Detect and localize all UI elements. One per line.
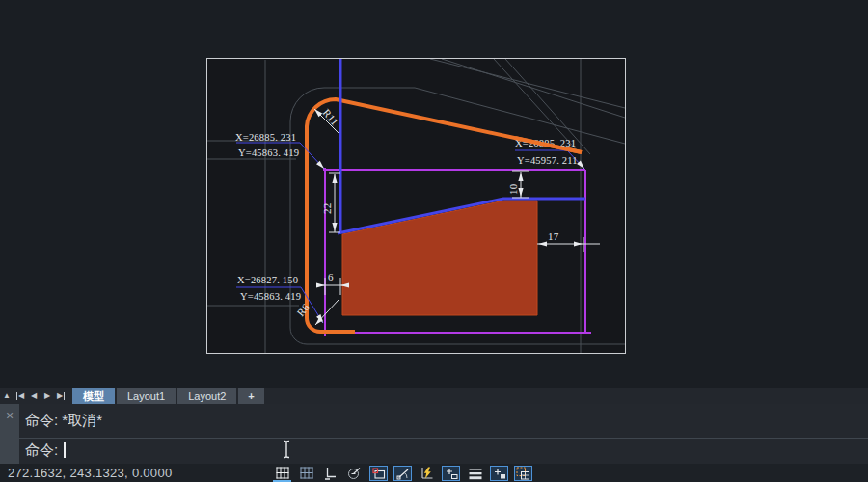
- command-panel-gutter: ×: [0, 404, 19, 464]
- command-history-line: 命令: *取消*: [19, 404, 868, 439]
- prev-tab-icon: ◀: [31, 392, 37, 400]
- menu-up-icon: ▲: [3, 392, 11, 400]
- dimension-text: 6: [328, 271, 334, 282]
- layout-tab-bar: ▲ ◀ ◀ ▶ ▶ 模型 Layout1 Layout2 +: [0, 388, 868, 404]
- command-prompt-label: 命令:: [25, 442, 58, 458]
- object-snap-toggle[interactable]: [369, 466, 388, 481]
- status-bar: 272.1632, 243.1323, 0.0000: [0, 464, 868, 482]
- dimension-text: 10: [507, 183, 519, 195]
- last-tab-icon: ▶: [57, 392, 65, 400]
- status-toggles: [273, 464, 532, 482]
- snap-tracking-toggle[interactable]: [418, 466, 436, 481]
- close-icon[interactable]: ×: [0, 409, 19, 422]
- angle-snap-icon: [396, 467, 410, 480]
- angle-override-toggle[interactable]: [393, 466, 412, 481]
- selection-cycling-toggle[interactable]: [514, 466, 532, 481]
- first-tab-icon: ◀: [16, 392, 24, 400]
- object-snap-icon: [372, 467, 386, 480]
- snap-mode-toggle[interactable]: [297, 466, 315, 481]
- dynamic-input-toggle[interactable]: [442, 466, 460, 481]
- next-tab-icon: ▶: [44, 392, 50, 400]
- coordinate-label: X=26885. 231: [235, 132, 296, 143]
- quick-properties-toggle[interactable]: [490, 466, 508, 481]
- coordinate-label: Y=45957. 211: [517, 155, 578, 166]
- previous-layout-button[interactable]: ◀: [27, 388, 41, 404]
- lineweight-display-toggle[interactable]: [466, 466, 484, 481]
- ibeam-cursor: [281, 440, 292, 460]
- drawing-canvas[interactable]: X=26885. 231 Y=45863. 419 X=26885. 231 Y…: [0, 0, 868, 388]
- coordinate-label: X=26827. 150: [237, 275, 298, 285]
- ortho-mode-toggle[interactable]: [321, 466, 339, 481]
- snap-tracking-icon: [420, 467, 434, 480]
- grid-display-toggle[interactable]: [273, 466, 291, 481]
- grid-icon: [276, 467, 289, 479]
- selection-cycling-icon: [516, 467, 530, 480]
- polar-tracking-toggle[interactable]: [345, 466, 364, 481]
- coordinate-display[interactable]: 272.1632, 243.1323, 0.0000: [8, 464, 172, 482]
- coordinate-label: Y=45863. 419: [238, 147, 299, 158]
- text-caret: [64, 442, 66, 458]
- next-layout-button[interactable]: ▶: [41, 388, 54, 404]
- cad-application-window: X=26885. 231 Y=45863. 419 X=26885. 231 Y…: [0, 0, 868, 482]
- dynamic-input-icon: [445, 467, 458, 480]
- polar-tracking-icon: [347, 467, 362, 480]
- command-input-line[interactable]: 命令:: [19, 439, 868, 463]
- ortho-icon: [324, 467, 337, 480]
- quick-properties-icon: [493, 467, 506, 480]
- tab-model[interactable]: 模型: [72, 388, 115, 404]
- snap-grid-icon: [300, 467, 313, 479]
- tab-layout1[interactable]: Layout1: [117, 388, 176, 404]
- first-layout-button[interactable]: ◀: [14, 388, 27, 404]
- coordinate-label: Y=45863. 419: [240, 291, 301, 302]
- last-layout-button[interactable]: ▶: [54, 388, 68, 404]
- command-panel: × 命令: *取消* 命令:: [0, 404, 868, 464]
- dimension-text: 22: [321, 203, 333, 214]
- lineweight-icon: [469, 467, 482, 480]
- dimension-text: 17: [548, 230, 559, 242]
- tab-layout2[interactable]: Layout2: [177, 388, 236, 404]
- tab-menu-button[interactable]: ▲: [0, 388, 14, 404]
- new-layout-button[interactable]: +: [238, 388, 263, 404]
